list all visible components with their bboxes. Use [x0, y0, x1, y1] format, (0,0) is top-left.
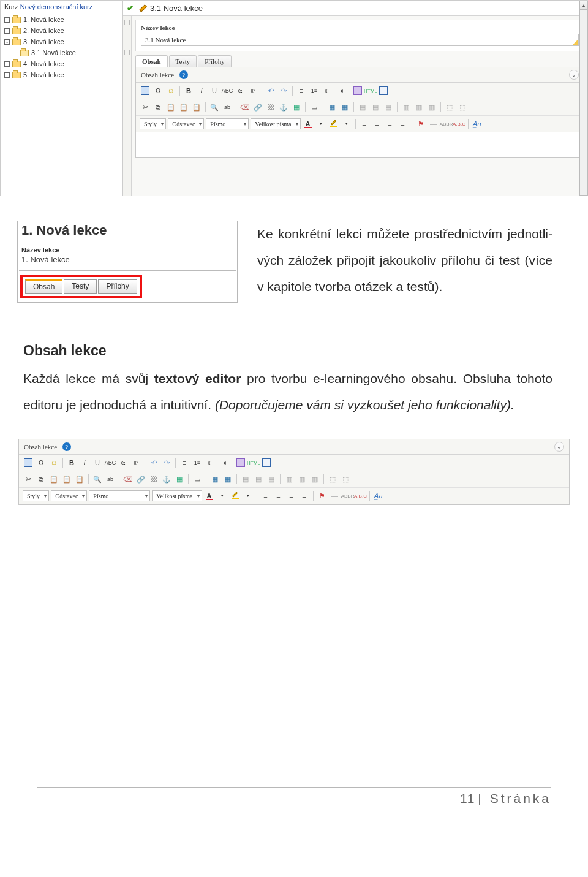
ol-icon[interactable]: 1≡ — [309, 85, 320, 96]
acronym-icon[interactable]: A.B.C — [454, 118, 465, 129]
copy-icon[interactable]: ⧉ — [153, 102, 164, 113]
anchor-icon[interactable]: ⚓ — [278, 102, 289, 113]
breadcrumb-course-link[interactable]: Nový demonstrační kurz — [20, 3, 93, 10]
text-color-arrow[interactable]: ▾ — [315, 118, 326, 129]
expand-icon[interactable]: + — [4, 17, 10, 23]
paragraph-dropdown[interactable]: Odstavec — [168, 118, 204, 129]
font-dropdown[interactable]: Písmo — [206, 118, 249, 129]
col-icon[interactable]: ▥ — [284, 474, 295, 485]
undo-icon[interactable]: ↶ — [148, 457, 159, 468]
paste-text-icon[interactable]: 📋 — [61, 474, 72, 485]
highlight-icon[interactable] — [328, 118, 339, 129]
paste-word-icon[interactable]: 📋 — [191, 102, 202, 113]
fontsize-dropdown[interactable]: Velikost písma — [251, 118, 300, 129]
expand-icon[interactable]: + — [4, 61, 10, 67]
media-icon[interactable]: ▭ — [309, 102, 320, 113]
subscript-icon[interactable]: x₂ — [118, 457, 129, 468]
strike-icon[interactable]: ABC — [222, 85, 233, 96]
abbr-icon[interactable]: ABBR — [342, 490, 353, 501]
split-icon[interactable]: ⬚ — [340, 474, 351, 485]
replace-icon[interactable]: ab — [222, 102, 233, 113]
unlink-icon[interactable]: ⛓ — [265, 102, 276, 113]
tree-item[interactable]: +5. Nová lekce — [4, 69, 119, 80]
collapse-toggle-icon[interactable]: – — [124, 50, 130, 55]
italic-icon[interactable]: I — [196, 85, 207, 96]
align-left-icon[interactable]: ≡ — [359, 118, 370, 129]
row2-icon[interactable]: ▤ — [370, 102, 381, 113]
collapse-chevron-icon[interactable]: ⌄ — [554, 442, 564, 452]
tree-item[interactable]: +1. Nová lekce — [4, 14, 119, 25]
row3-icon[interactable]: ▤ — [266, 474, 277, 485]
style-dropdown[interactable]: Styly — [23, 490, 49, 501]
outdent-icon[interactable]: ⇤ — [322, 85, 333, 96]
align-right-icon[interactable]: ≡ — [286, 490, 297, 501]
tree-item[interactable]: -3. Nová lekce — [4, 36, 119, 47]
ul-icon[interactable]: ≡ — [179, 457, 190, 468]
paragraph-dropdown[interactable]: Odstavec — [51, 490, 87, 501]
split-icon[interactable]: ⬚ — [457, 102, 468, 113]
superscript-icon[interactable]: x² — [247, 85, 258, 96]
col-icon[interactable]: ▥ — [401, 102, 412, 113]
subscript-icon[interactable]: x₂ — [235, 85, 246, 96]
image-icon[interactable]: ▦ — [291, 102, 302, 113]
lesson-name-input[interactable]: 3.1 Nová lekce — [141, 34, 579, 46]
replace-icon[interactable]: ab — [105, 474, 116, 485]
fontsize-dropdown[interactable]: Velikost písma — [152, 490, 202, 501]
html-icon[interactable]: HTML — [365, 85, 376, 96]
collapse-toggle-icon[interactable]: – — [124, 20, 130, 25]
col2-icon[interactable]: ▥ — [296, 474, 307, 485]
cut-icon[interactable]: ✂ — [23, 474, 34, 485]
hr-icon[interactable]: — — [428, 118, 439, 129]
mini-tab-testy[interactable]: Testy — [64, 279, 97, 294]
row2-icon[interactable]: ▤ — [253, 474, 264, 485]
outdent-icon[interactable]: ⇤ — [205, 457, 216, 468]
mini-tab-obsah[interactable]: Obsah — [25, 279, 62, 294]
align-right-icon[interactable]: ≡ — [385, 118, 396, 129]
paste-word-icon[interactable]: 📋 — [74, 474, 85, 485]
template-icon[interactable] — [23, 457, 34, 468]
aa-icon[interactable]: A̲a — [472, 118, 483, 129]
unlink-icon[interactable]: ⛓ — [148, 474, 159, 485]
flag-icon[interactable]: ⚑ — [317, 490, 328, 501]
align-center-icon[interactable]: ≡ — [372, 118, 383, 129]
eraser-icon[interactable]: ⌫ — [239, 102, 251, 113]
highlight-arrow[interactable]: ▾ — [341, 118, 352, 129]
preview-icon[interactable] — [261, 457, 272, 468]
tab-přílohy[interactable]: Přílohy — [198, 55, 231, 67]
italic-icon[interactable]: I — [79, 457, 90, 468]
align-left-icon[interactable]: ≡ — [260, 490, 271, 501]
merge-icon[interactable]: ⬚ — [327, 474, 338, 485]
strike-icon[interactable]: ABC — [105, 457, 116, 468]
flag-icon[interactable]: ⚑ — [415, 118, 426, 129]
anchor-icon[interactable]: ⚓ — [161, 474, 172, 485]
table-icon[interactable]: ▦ — [326, 102, 337, 113]
col2-icon[interactable]: ▥ — [413, 102, 424, 113]
style-dropdown[interactable]: Styly — [140, 118, 166, 129]
scroll-up-arrow[interactable]: ▴ — [579, 1, 588, 9]
indent-icon[interactable]: ⇥ — [217, 457, 228, 468]
ul-icon[interactable]: ≡ — [296, 85, 307, 96]
find-icon[interactable]: 🔍 — [209, 102, 220, 113]
table-edit-icon[interactable]: ▦ — [222, 474, 233, 485]
superscript-icon[interactable]: x² — [130, 457, 141, 468]
cut-icon[interactable]: ✂ — [140, 102, 151, 113]
expand-icon[interactable]: + — [4, 72, 10, 78]
abbr-icon[interactable]: ABBR — [441, 118, 452, 129]
highlight-icon[interactable] — [230, 490, 241, 501]
underline-icon[interactable]: U — [92, 457, 103, 468]
omega-icon[interactable]: Ω — [153, 85, 164, 96]
tab-obsah[interactable]: Obsah — [135, 55, 168, 67]
find-icon[interactable]: 🔍 — [92, 474, 103, 485]
text-color-icon[interactable]: A — [204, 490, 215, 501]
vertical-scrollbar[interactable] — [579, 9, 588, 196]
redo-icon[interactable]: ↷ — [278, 85, 289, 96]
text-color-arrow[interactable]: ▾ — [217, 490, 228, 501]
copy-icon[interactable]: ⧉ — [36, 474, 47, 485]
link-icon[interactable]: 🔗 — [252, 102, 263, 113]
align-justify-icon[interactable]: ≡ — [398, 118, 409, 129]
emoji-icon[interactable]: ☺ — [48, 457, 59, 468]
fullscreen-icon[interactable] — [352, 85, 363, 96]
hr-icon[interactable]: — — [330, 490, 341, 501]
align-center-icon[interactable]: ≡ — [273, 490, 284, 501]
tree-item[interactable]: 3.1 Nová lekce — [4, 47, 119, 58]
